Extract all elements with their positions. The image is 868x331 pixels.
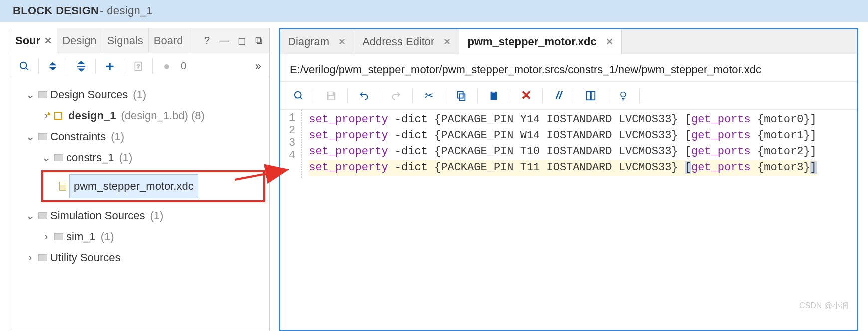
sources-tree: ⌄ Design Sources (1) › design_1 (design_… bbox=[10, 79, 269, 273]
save-icon[interactable] bbox=[321, 86, 341, 106]
folder-icon bbox=[38, 212, 47, 219]
close-icon[interactable]: ✕ bbox=[606, 36, 613, 47]
svg-point-9 bbox=[295, 91, 301, 98]
tree-simulation-sources[interactable]: ⌄ Simulation Sources (1) bbox=[13, 205, 265, 226]
tree-label: design_1 bbox=[68, 105, 116, 126]
svg-rect-15 bbox=[491, 91, 497, 100]
tree-xdc-file[interactable]: pwm_stepper_motor.xdc bbox=[69, 174, 198, 198]
svg-rect-18 bbox=[591, 91, 595, 100]
svg-rect-14 bbox=[458, 91, 463, 98]
chevron-down-icon[interactable]: ⌄ bbox=[25, 126, 35, 147]
tree-design-sources[interactable]: ⌄ Design Sources (1) bbox=[13, 84, 265, 105]
paste-icon[interactable] bbox=[484, 86, 504, 106]
tab-label: Signals bbox=[107, 34, 143, 47]
help-icon[interactable]: ? bbox=[204, 35, 210, 46]
close-icon[interactable]: ✕ bbox=[44, 35, 52, 46]
tab-board[interactable]: Board bbox=[149, 28, 189, 53]
tree-constraints[interactable]: ⌄ Constraints (1) bbox=[13, 126, 265, 147]
chevron-right-icon[interactable]: › bbox=[25, 247, 35, 268]
maximize-icon[interactable]: ◻ bbox=[238, 35, 246, 47]
tab-label: Board bbox=[154, 34, 183, 47]
tree-sim-1[interactable]: › sim_1 (1) bbox=[13, 226, 265, 247]
close-icon[interactable]: ✕ bbox=[338, 36, 346, 47]
tree-design-1[interactable]: › design_1 (design_1.bd) (8) bbox=[13, 105, 265, 126]
svg-point-19 bbox=[621, 92, 626, 97]
tab-sources[interactable]: Sour ✕ bbox=[10, 28, 57, 53]
svg-rect-12 bbox=[329, 96, 334, 99]
left-tabs: Sour ✕ Design Signals Board ? — ◻ ⧉ bbox=[10, 28, 269, 53]
code-line[interactable]: set_property -dict {PACKAGE_PIN T10 IOST… bbox=[309, 144, 817, 160]
search-icon[interactable] bbox=[15, 57, 33, 75]
chevron-right-icon[interactable]: › bbox=[41, 226, 51, 247]
line-number: 1 bbox=[289, 112, 295, 124]
svg-marker-2 bbox=[49, 62, 57, 65]
title-bar-suffix: - design_1 bbox=[100, 4, 153, 17]
line-number: 4 bbox=[289, 149, 295, 162]
svg-rect-16 bbox=[492, 90, 495, 92]
undo-icon[interactable] bbox=[354, 86, 374, 106]
code-editor[interactable]: 1 2 3 4 set_property -dict {PACKAGE_PIN … bbox=[280, 110, 857, 178]
redo-icon[interactable] bbox=[386, 86, 406, 106]
svg-line-10 bbox=[300, 97, 303, 99]
expand-all-icon[interactable] bbox=[72, 57, 90, 75]
code-body[interactable]: set_property -dict {PACKAGE_PIN Y14 IOST… bbox=[302, 110, 817, 178]
doc-icon[interactable]: ? bbox=[129, 57, 147, 75]
cut-icon[interactable]: ✂ bbox=[419, 86, 439, 106]
close-icon[interactable]: ✕ bbox=[443, 36, 451, 47]
svg-text:?: ? bbox=[137, 63, 140, 69]
delete-icon[interactable]: ✕ bbox=[516, 86, 536, 106]
tree-count: (1) bbox=[119, 147, 132, 168]
tree-count: (1) bbox=[101, 226, 114, 247]
title-bar-bold: BLOCK DESIGN bbox=[13, 4, 99, 17]
editor-gutter: 1 2 3 4 bbox=[280, 110, 302, 178]
minimize-icon[interactable]: — bbox=[219, 35, 229, 46]
dot-icon: ● bbox=[158, 57, 176, 75]
tab-xdc-file[interactable]: pwm_stepper_motor.xdc ✕ bbox=[459, 29, 621, 54]
folder-icon bbox=[54, 154, 63, 161]
add-icon[interactable]: + bbox=[101, 57, 119, 75]
code-line[interactable]: set_property -dict {PACKAGE_PIN Y14 IOST… bbox=[309, 112, 817, 128]
editor-panel: Diagram ✕ Address Editor ✕ pwm_stepper_m… bbox=[279, 28, 858, 331]
folder-icon bbox=[38, 91, 47, 98]
folder-icon bbox=[38, 133, 47, 140]
svg-rect-17 bbox=[587, 91, 590, 100]
block-design-icon bbox=[54, 112, 62, 120]
svg-rect-13 bbox=[459, 94, 465, 100]
tree-count: (1) bbox=[133, 84, 146, 105]
folder-icon bbox=[54, 233, 63, 240]
chevron-down-icon[interactable]: ⌄ bbox=[25, 205, 35, 226]
tab-diagram[interactable]: Diagram ✕ bbox=[280, 29, 354, 54]
tree-label: constrs_1 bbox=[66, 147, 114, 168]
tree-label: Utility Sources bbox=[50, 247, 121, 268]
annotation-red-box: pwm_stepper_motor.xdc bbox=[41, 170, 265, 202]
copy-icon[interactable] bbox=[451, 86, 471, 106]
bulb-icon[interactable] bbox=[613, 86, 633, 106]
sources-panel: Sour ✕ Design Signals Board ? — ◻ ⧉ bbox=[10, 28, 270, 331]
svg-marker-5 bbox=[78, 68, 85, 71]
columns-icon[interactable] bbox=[581, 86, 601, 106]
comment-icon[interactable]: // bbox=[549, 86, 569, 106]
code-line-active[interactable]: set_property -dict {PACKAGE_PIN T11 IOST… bbox=[309, 160, 817, 176]
watermark: CSDN @小润 bbox=[799, 301, 848, 311]
more-icon[interactable]: » bbox=[255, 60, 264, 73]
search-icon[interactable] bbox=[289, 86, 309, 106]
sources-toolbar: + ? ● 0 » bbox=[10, 53, 269, 79]
tree-label: Simulation Sources bbox=[50, 205, 145, 226]
tab-design[interactable]: Design bbox=[57, 28, 102, 53]
tab-label: Sour bbox=[15, 34, 40, 47]
file-path: E:/verilog/pwm_stepper_motor/pwm_stepper… bbox=[280, 54, 857, 82]
tab-address-editor[interactable]: Address Editor ✕ bbox=[354, 29, 459, 54]
tree-constrs-1[interactable]: ⌄ constrs_1 (1) bbox=[13, 147, 265, 168]
svg-marker-3 bbox=[49, 67, 57, 70]
tab-signals[interactable]: Signals bbox=[102, 28, 149, 53]
chevron-down-icon[interactable]: ⌄ bbox=[25, 84, 35, 105]
chevron-down-icon[interactable]: ⌄ bbox=[41, 147, 51, 168]
tree-suffix: (design_1.bd) (8) bbox=[121, 105, 205, 126]
svg-line-1 bbox=[26, 67, 28, 70]
tree-utility-sources[interactable]: › Utility Sources bbox=[13, 247, 265, 268]
code-line[interactable]: set_property -dict {PACKAGE_PIN W14 IOST… bbox=[309, 128, 817, 144]
collapse-all-icon[interactable] bbox=[44, 57, 62, 75]
tree-count: (1) bbox=[111, 126, 124, 147]
title-bar: BLOCK DESIGN - design_1 bbox=[0, 0, 868, 22]
popout-icon[interactable]: ⧉ bbox=[255, 35, 262, 46]
